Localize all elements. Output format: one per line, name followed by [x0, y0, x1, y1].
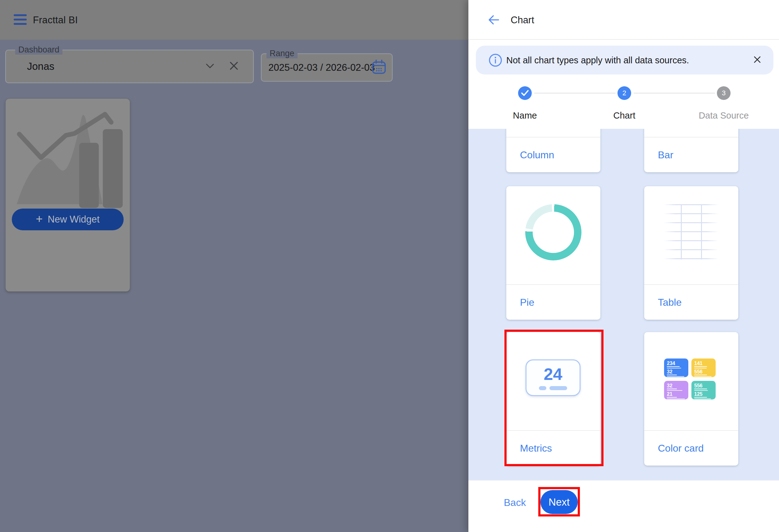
pie-chart-icon — [525, 204, 582, 260]
chart-type-card-bar[interactable]: Bar — [644, 129, 738, 172]
card-label: Column — [520, 137, 554, 172]
dashboard-select[interactable]: Dashboard Jonas — [5, 50, 254, 83]
stepper-connector — [634, 93, 715, 93]
date-range-field[interactable]: Range 2025-02-03 / 2026-02-03 — [261, 53, 393, 82]
chart-type-list[interactable]: Column Bar Pie — [468, 129, 779, 480]
column-chart-icon — [506, 129, 600, 137]
step-2-label: Chart — [613, 111, 636, 121]
chart-type-card-pie[interactable]: Pie — [506, 186, 600, 320]
mini-value: 556 — [694, 370, 707, 375]
card-label: Bar — [658, 137, 673, 172]
panel-header: Chart — [468, 0, 779, 40]
chart-type-card-column[interactable]: Column — [506, 129, 600, 172]
banner-text: Not all chart types apply with all data … — [506, 55, 689, 65]
metrics-icon-number: 24 — [544, 365, 562, 382]
mini-value: 141 — [694, 361, 707, 367]
wizard-footer: Back Next — [468, 480, 779, 532]
dashboard-select-label: Dashboard — [15, 45, 62, 55]
check-icon — [521, 90, 529, 96]
app-title: Fracttal BI — [33, 15, 78, 26]
panel-title: Chart — [511, 15, 534, 26]
dashboard-select-value: Jonas — [27, 61, 54, 72]
back-arrow-icon[interactable] — [486, 13, 501, 27]
mini-value: 21 — [667, 392, 677, 398]
chart-type-card-table[interactable]: Table — [644, 186, 738, 320]
chart-type-card-metrics[interactable]: 24 Metrics — [506, 332, 600, 466]
clear-dashboard-icon[interactable] — [228, 60, 239, 73]
menu-icon[interactable] — [14, 14, 27, 25]
chart-placeholder-illustration — [12, 106, 123, 208]
mini-value: 32 — [667, 370, 677, 375]
metrics-icon: 24 — [526, 359, 581, 396]
date-range-label: Range — [266, 49, 298, 58]
mini-value: 32 — [667, 383, 677, 389]
new-widget-label: New Widget — [48, 214, 100, 225]
mini-value: 234 — [667, 361, 679, 367]
plus-icon: + — [36, 213, 43, 225]
mini-value: 125 — [694, 392, 707, 398]
chart-wizard-panel: Chart Not all chart types apply with all… — [468, 0, 779, 532]
color-card-icon: 234 32 141 556 32 — [664, 358, 719, 399]
wizard-stepper: 2 3 Name Chart Data Source — [468, 79, 779, 126]
step-2-circle[interactable]: 2 — [617, 86, 631, 100]
next-button[interactable]: Next — [540, 490, 578, 514]
info-icon — [488, 53, 502, 69]
card-label: Color card — [658, 431, 704, 466]
calendar-icon[interactable] — [371, 59, 387, 76]
table-icon — [664, 204, 718, 260]
widget-placeholder-card: + New Widget — [6, 99, 130, 291]
step-1-circle[interactable] — [518, 86, 532, 100]
step-2-number: 2 — [622, 89, 626, 97]
stepper-connector — [534, 93, 616, 93]
chart-type-card-color-card[interactable]: 234 32 141 556 32 — [644, 332, 738, 466]
info-banner: Not all chart types apply with all data … — [476, 46, 773, 74]
card-label: Metrics — [520, 431, 552, 466]
mini-value: 556 — [694, 383, 707, 389]
top-toolbar: Fracttal BI — [0, 0, 468, 40]
new-widget-button[interactable]: + New Widget — [12, 209, 124, 230]
step-3-label: Data Source — [699, 111, 748, 121]
date-range-value: 2025-02-03 / 2026-02-03 — [268, 62, 375, 73]
back-button[interactable]: Back — [504, 497, 526, 509]
banner-close-icon[interactable] — [751, 54, 764, 66]
step-3-circle[interactable]: 3 — [717, 86, 730, 100]
card-label: Pie — [520, 285, 534, 320]
card-label: Table — [658, 285, 682, 320]
chevron-down-icon[interactable] — [205, 62, 215, 70]
fracttal-bi-screen: Fracttal BI Dashboard Jonas Range 2025-0… — [0, 0, 779, 532]
step-3-number: 3 — [722, 89, 726, 97]
dashboard-background: Fracttal BI Dashboard Jonas Range 2025-0… — [0, 0, 468, 532]
bar-chart-icon — [644, 129, 738, 137]
step-1-label: Name — [513, 111, 537, 121]
